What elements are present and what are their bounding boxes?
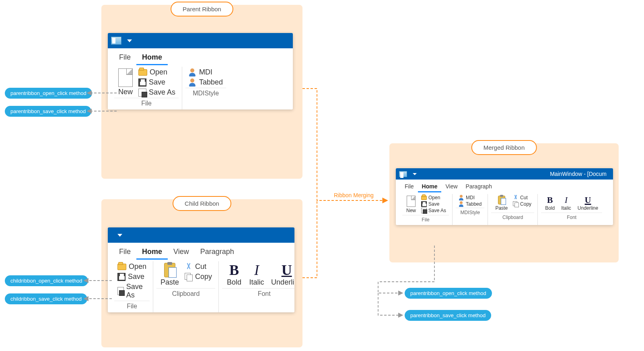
save-label: Save <box>128 273 144 281</box>
open-button[interactable]: Open <box>137 68 177 77</box>
parent-groups: New Open Save Save As File MDI Tabbed <box>108 65 293 109</box>
paste-button[interactable]: Paste <box>158 262 181 287</box>
tabbed-button[interactable]: Tabbed <box>457 201 483 207</box>
tab-view[interactable]: View <box>168 246 195 260</box>
group-clipboard: Paste Cut Copy Clipboard <box>153 261 219 312</box>
tab-view[interactable]: View <box>441 182 461 192</box>
tab-file[interactable]: File <box>113 52 136 65</box>
saveas-button[interactable]: Save As <box>420 208 447 213</box>
tab-paragraph[interactable]: Paragraph <box>195 246 240 260</box>
child-title-bar <box>108 227 294 243</box>
merged-ribbon: MainWindow - [Docum File Home View Parag… <box>396 168 613 225</box>
open-button[interactable]: Open <box>420 195 447 200</box>
tabbed-label: Tabbed <box>199 78 223 87</box>
app-icon <box>399 171 407 177</box>
new-button[interactable]: New <box>116 68 135 97</box>
saveas-label: Save As <box>149 88 175 97</box>
save-label: Save <box>428 201 439 207</box>
save-icon <box>138 78 146 87</box>
saveas-button[interactable]: Save As <box>116 282 148 300</box>
underline-label: Underline <box>271 278 294 287</box>
qat-dropdown-icon[interactable] <box>127 39 132 42</box>
paste-icon <box>498 196 505 204</box>
cut-icon <box>513 195 518 200</box>
group-mdistyle-footer: MDIStyle <box>185 88 226 99</box>
group-font-footer: Font <box>541 213 602 223</box>
bold-button[interactable]: BBold <box>543 195 557 212</box>
italic-button[interactable]: IItalic <box>246 262 267 287</box>
cut-button[interactable]: Cut <box>512 195 533 200</box>
underline-button[interactable]: UUnderline <box>575 195 601 212</box>
group-file: New Open Save Save As File <box>399 194 453 225</box>
group-mdistyle-footer: MDIStyle <box>456 208 484 218</box>
underline-icon: U <box>583 196 593 204</box>
save-button[interactable]: Save <box>116 272 148 281</box>
bold-button[interactable]: BBold <box>224 262 245 287</box>
folder-icon <box>138 69 147 76</box>
group-font: BBold IItalic UUnderline Font <box>219 261 294 312</box>
save-button[interactable]: Save <box>137 78 177 87</box>
italic-icon: I <box>249 263 265 277</box>
tab-file[interactable]: File <box>113 246 136 260</box>
group-mdistyle: MDI Tabbed MDIStyle <box>453 194 488 225</box>
parent-title-bar <box>108 33 293 48</box>
tab-home[interactable]: Home <box>136 52 168 65</box>
copy-label: Copy <box>195 273 212 281</box>
mdi-button[interactable]: MDI <box>457 195 483 200</box>
saveas-button[interactable]: Save As <box>137 88 177 97</box>
save-button[interactable]: Save <box>420 201 447 207</box>
underline-button[interactable]: UUnderline <box>269 262 294 287</box>
save-icon <box>421 201 427 207</box>
saveas-icon <box>138 89 146 97</box>
copy-button[interactable]: Copy <box>512 201 533 207</box>
open-button[interactable]: Open <box>116 262 148 271</box>
tab-home[interactable]: Home <box>418 182 442 192</box>
group-font: BBold IItalic UUnderline Font <box>538 194 605 225</box>
tab-home[interactable]: Home <box>136 246 168 260</box>
child-tabs: File Home View Paragraph <box>108 243 294 260</box>
cut-button[interactable]: Cut <box>183 262 214 271</box>
user-icon <box>459 201 464 207</box>
new-label: New <box>406 208 416 213</box>
mdi-button[interactable]: MDI <box>187 68 224 77</box>
user-icon <box>459 195 464 200</box>
tab-file[interactable]: File <box>401 182 418 192</box>
child-groups: Open Save Save As File Paste Cut Copy <box>108 260 294 312</box>
italic-button[interactable]: IItalic <box>559 195 574 212</box>
paste-label: Paste <box>495 205 508 211</box>
copy-button[interactable]: Copy <box>183 272 214 281</box>
group-font-footer: Font <box>222 288 294 300</box>
bold-label: Bold <box>545 205 555 211</box>
copy-icon <box>185 273 193 281</box>
saveas-label: Save As <box>428 208 446 213</box>
group-mdistyle: MDI Tabbed MDIStyle <box>182 67 229 109</box>
tab-paragraph[interactable]: Paragraph <box>462 182 496 192</box>
parent-ribbon-panel: Parent Ribbon File Home New Open Save <box>101 5 302 179</box>
window-title: MainWindow - [Docum <box>550 171 607 177</box>
bold-icon: B <box>226 263 242 277</box>
qat-dropdown-icon[interactable] <box>413 173 417 175</box>
qat-dropdown-icon[interactable] <box>117 234 122 237</box>
paste-icon <box>164 263 175 277</box>
method-child-open: childribbon_open_click method <box>5 275 88 286</box>
italic-icon: I <box>562 196 571 204</box>
merged-groups: New Open Save Save As File MDI Tabbed <box>396 192 613 225</box>
paste-button[interactable]: Paste <box>493 195 510 212</box>
cut-label: Cut <box>520 195 528 200</box>
bold-label: Bold <box>227 278 241 287</box>
save-icon <box>117 273 126 281</box>
mdi-label: MDI <box>199 68 212 76</box>
tabbed-button[interactable]: Tabbed <box>187 78 224 87</box>
open-label: Open <box>428 195 440 200</box>
merged-title-bar: MainWindow - [Docum <box>396 168 613 180</box>
new-label: New <box>118 88 133 96</box>
group-file: Open Save Save As File <box>111 261 153 312</box>
new-button[interactable]: New <box>404 195 418 214</box>
group-file-footer: File <box>114 301 150 312</box>
tabbed-label: Tabbed <box>466 201 481 207</box>
saveas-icon <box>117 287 124 295</box>
group-clipboard-footer: Clipboard <box>491 213 534 223</box>
saveas-label: Save As <box>126 283 146 299</box>
group-clipboard-footer: Clipboard <box>156 288 215 300</box>
bold-icon: B <box>545 196 555 204</box>
